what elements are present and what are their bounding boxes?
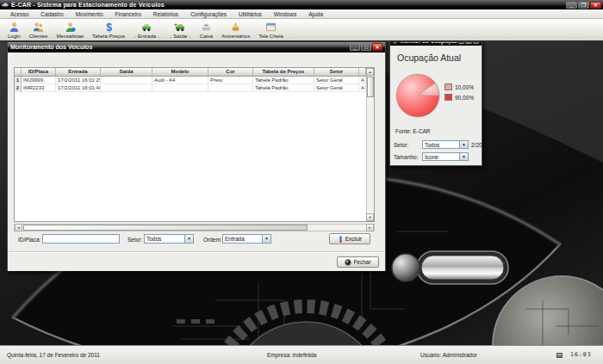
toolbar-clientes[interactable]: Clientes <box>25 19 53 40</box>
minimize-icon[interactable]: _ <box>566 2 577 9</box>
app-window: E-CAR - Sistema para Estacionamento de V… <box>0 0 603 364</box>
table-cell[interactable] <box>101 84 152 92</box>
fechar-button[interactable]: Fechar <box>337 256 379 268</box>
setor-label: Setor: <box>394 142 408 148</box>
toolbar-caixa[interactable]: Caixa <box>196 19 217 40</box>
menu-utilitarios[interactable]: Utilitários <box>233 11 267 17</box>
chevron-down-icon[interactable]: ▼ <box>459 153 468 160</box>
menu-windows[interactable]: Windows <box>269 11 302 17</box>
table-cell[interactable]: 17/2/2011 16:01:40 <box>56 84 101 92</box>
col-header-cor[interactable]: Cor <box>208 68 253 77</box>
setor-dropdown[interactable]: Todos ▼ <box>422 140 469 149</box>
toolbar-saida[interactable]: .: Saída :. <box>165 19 196 40</box>
table-cell[interactable]: IMR2233 <box>22 84 56 92</box>
occupancy-ratio: 2/20 <box>471 142 482 148</box>
chevron-down-icon[interactable]: ▼ <box>262 235 270 243</box>
toolbar-entrada[interactable]: .: Entrada :. <box>129 19 165 40</box>
scroll-right-icon[interactable]: ► <box>366 224 374 231</box>
ordem-dropdown[interactable]: Entrada ▼ <box>222 234 271 244</box>
col-header-modelo[interactable]: Modelo <box>152 68 208 77</box>
cash-register-icon <box>200 22 212 33</box>
table-cell[interactable] <box>101 77 152 84</box>
chart-legend: 10,00% 90,00% <box>444 83 474 104</box>
scroll-up-icon[interactable]: ▲ <box>366 68 374 76</box>
table-cell[interactable]: 17/2/2011 16:01:25 <box>56 77 101 84</box>
menu-relatorios[interactable]: Relatórios <box>148 11 183 17</box>
col-header-rownum[interactable] <box>15 68 22 77</box>
status-empresa: Empresa: indefinida <box>267 352 316 358</box>
close-icon[interactable]: ✕ <box>372 43 382 51</box>
app-title: E-CAR - Sistema para Estacionamento de V… <box>11 2 566 8</box>
ocupacao-title: Monitor de Ocupação <box>400 42 457 44</box>
user-icon <box>8 22 20 33</box>
table-cell[interactable]: Audi - A4 <box>152 77 208 84</box>
table-cell[interactable]: Setor Geral <box>314 77 359 84</box>
scroll-down-icon[interactable]: ▼ <box>366 213 374 221</box>
minimize-icon[interactable]: _ <box>458 42 464 44</box>
monitoramento-body: ID/Placa Entrada Saída Modelo Cor Tabela… <box>8 52 385 271</box>
excluir-button[interactable]: Excluir <box>329 233 370 244</box>
table-cell[interactable]: Tabela Padrão <box>253 84 314 92</box>
maximize-icon[interactable]: □ <box>361 43 371 51</box>
scroll-left-icon[interactable]: ◄ <box>15 224 22 231</box>
table-cell[interactable]: Setor Geral <box>314 84 359 92</box>
status-green-icon <box>393 42 397 44</box>
legend-item: 10,00% <box>444 83 474 90</box>
toolbar: Login Clientes Mensalistas $ Tabela Preç… <box>0 19 603 42</box>
mdi-area: Monitoramento dos Veículos _ □ ✕ ID/Plac… <box>0 42 603 345</box>
toolbar-mensalistas[interactable]: Mensalistas <box>52 19 88 40</box>
clock-icon <box>556 353 563 358</box>
monitoramento-titlebar[interactable]: Monitoramento dos Veículos _ □ ✕ <box>8 42 385 52</box>
setor-dropdown[interactable]: Todos ▼ <box>144 234 194 244</box>
ocupacao-window: Monitor de Ocupação _ □ ✕ Ocupação Atual <box>389 42 482 166</box>
table-cell[interactable]: A <box>359 84 366 92</box>
table-cell[interactable]: IMJ9999 <box>22 77 56 84</box>
ordem-label: Ordem: <box>203 237 222 243</box>
table-cell[interactable]: 2 <box>15 84 22 92</box>
col-header-id-placa[interactable]: ID/Placa <box>22 68 56 77</box>
car-icon <box>2 2 9 8</box>
table-cell[interactable]: Preto <box>208 77 253 84</box>
table-cell[interactable]: Tabela Padrão <box>253 77 314 84</box>
hscroll-thumb[interactable] <box>23 225 308 231</box>
menu-acesso[interactable]: Acesso <box>5 11 34 17</box>
restore-icon[interactable]: ❐ <box>578 2 589 9</box>
minimize-icon[interactable]: _ <box>350 43 360 51</box>
maximize-icon[interactable]: □ <box>465 42 471 44</box>
status-date: Quinta-feira, 17 de Fevereiro de 2011 <box>7 352 100 358</box>
menu-movimento[interactable]: Movimento <box>71 11 109 17</box>
tamanho-dropdown[interactable]: Ícone ▼ <box>422 152 469 161</box>
menubar: Acesso Cadastro Movimento Financeiro Rel… <box>0 9 603 19</box>
menu-configuracoes[interactable]: Configurações <box>185 11 232 17</box>
col-header-clipped[interactable] <box>359 68 366 77</box>
menu-ajuda[interactable]: Ajuda <box>303 11 328 17</box>
toolbar-login[interactable]: Login <box>3 19 25 40</box>
vertical-scrollbar[interactable]: ▲ ▼ <box>366 68 374 221</box>
chevron-down-icon[interactable]: ▼ <box>459 141 468 148</box>
menu-cadastro[interactable]: Cadastro <box>35 11 68 17</box>
table-cell[interactable]: 1 <box>15 77 22 84</box>
table-cell[interactable] <box>208 84 253 92</box>
vscroll-thumb[interactable] <box>367 77 374 97</box>
chevron-down-icon[interactable]: ▼ <box>184 235 193 243</box>
col-header-entrada[interactable]: Entrada <box>56 68 101 77</box>
id-placa-input[interactable] <box>42 234 120 244</box>
col-header-setor[interactable]: Setor <box>314 68 359 77</box>
member-icon <box>64 22 76 33</box>
toolbar-aniversarios[interactable]: Aniversários <box>217 19 254 40</box>
toolbar-tabela-precos[interactable]: $ Tabela Preços <box>88 19 129 40</box>
monitoramento-window: Monitoramento dos Veículos _ □ ✕ ID/Plac… <box>7 42 386 271</box>
col-header-saida[interactable]: Saída <box>101 68 152 77</box>
horizontal-scrollbar[interactable]: ◄ ► <box>14 224 375 231</box>
menu-financeiro[interactable]: Financeiro <box>110 11 146 17</box>
table-cell[interactable]: A <box>359 77 366 84</box>
car-out-icon <box>174 22 186 33</box>
col-header-tabela-precos[interactable]: Tabela de Preços <box>253 68 314 77</box>
close-icon[interactable]: ✕ <box>590 2 601 9</box>
app-titlebar: E-CAR - Sistema para Estacionamento de V… <box>0 0 603 9</box>
close-icon[interactable]: ✕ <box>473 42 479 44</box>
table-cell[interactable] <box>152 84 208 92</box>
status-usuario: Usuário: Administrador <box>420 352 477 358</box>
toolbar-tela-cheia[interactable]: Tela Cheia <box>254 19 287 40</box>
dollar-icon: $ <box>103 22 115 33</box>
